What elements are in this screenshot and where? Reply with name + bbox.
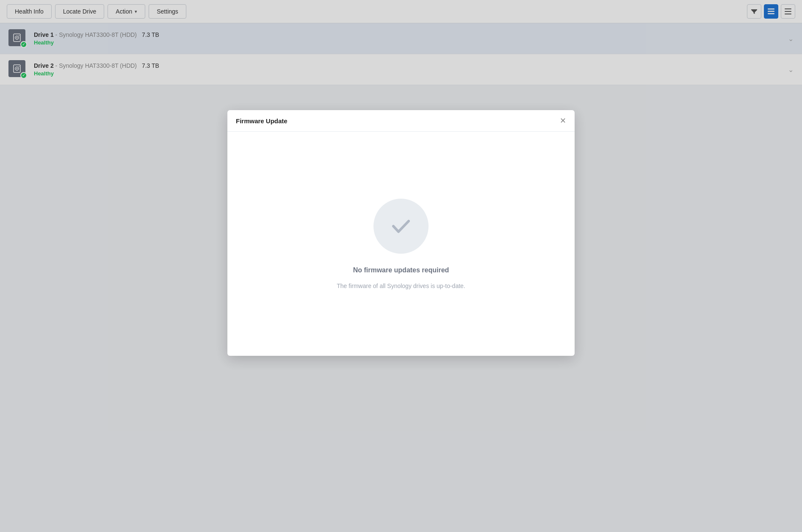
modal-overlay: Firmware Update ✕ No firmware updates re…	[0, 0, 802, 85]
